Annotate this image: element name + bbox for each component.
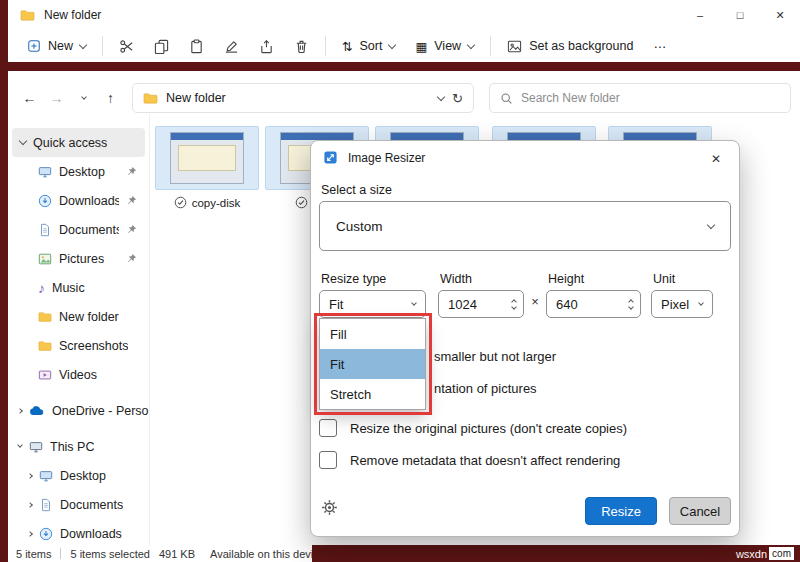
width-input[interactable] (448, 297, 509, 312)
address-bar[interactable]: New folder ↻ (132, 83, 474, 113)
chevron-down-icon (79, 40, 87, 48)
share-button[interactable] (250, 34, 283, 59)
height-field[interactable] (546, 290, 641, 318)
check-circle-icon (295, 196, 308, 209)
dialog-title-bar: Image Resizer (323, 150, 425, 165)
dialog-title: Image Resizer (348, 151, 425, 165)
view-button[interactable]: ▦ View (406, 34, 483, 59)
height-input[interactable] (556, 297, 626, 312)
size-select[interactable]: Custom (319, 201, 731, 251)
select-size-label: Select a size (321, 183, 392, 197)
stepper-down-icon[interactable] (628, 304, 634, 310)
watermark: wsxdn (736, 548, 767, 560)
sidebar-item-pc-downloads[interactable]: Downloads (8, 519, 149, 548)
dialog-close-button[interactable]: ✕ (701, 147, 731, 171)
sidebar-item-pc-desktop[interactable]: Desktop (8, 461, 149, 490)
sort-button[interactable]: ⇅ Sort (333, 34, 404, 59)
document-icon (38, 223, 52, 237)
minimize-button[interactable]: – (680, 0, 720, 30)
resize-type-label: Resize type (321, 272, 386, 286)
width-field[interactable] (438, 290, 524, 318)
remove-metadata-row: Remove metadata that doesn't affect rend… (319, 451, 620, 469)
sidebar-item-documents[interactable]: Documents (8, 215, 149, 244)
maximize-button[interactable]: □ (720, 0, 760, 30)
set-as-background-button[interactable]: Set as background (498, 34, 642, 59)
view-button-label: View (434, 39, 461, 53)
option-fit[interactable]: Fit (320, 349, 425, 379)
window-controls: – □ ✕ (680, 0, 800, 30)
more-options-button[interactable]: ⋯ (644, 34, 675, 59)
desktop-background-strip: wsxdn com (312, 545, 800, 562)
resize-type-select[interactable]: Fit (319, 290, 426, 318)
pc-icon (29, 440, 43, 454)
option-fill[interactable]: Fill (320, 319, 425, 349)
rename-button[interactable] (215, 34, 248, 59)
resize-type-value: Fit (329, 297, 343, 312)
sidebar-item-desktop[interactable]: Desktop (8, 157, 149, 186)
option-stretch[interactable]: Stretch (320, 379, 425, 409)
set-as-background-label: Set as background (529, 39, 633, 53)
up-button[interactable]: ↑ (97, 84, 124, 112)
remove-metadata-checkbox[interactable] (319, 451, 337, 469)
cut-button[interactable] (110, 34, 143, 59)
sidebar-item-pc-documents[interactable]: Documents (8, 490, 149, 519)
search-input[interactable] (521, 91, 780, 105)
file-thumbnail[interactable]: copy-disk (155, 126, 259, 209)
chevron-right-icon[interactable] (17, 408, 23, 414)
selection-count: 5 items selected (70, 548, 149, 560)
back-button[interactable]: ← (16, 84, 43, 112)
width-stepper[interactable] (509, 300, 519, 309)
folder-icon (20, 8, 35, 23)
settings-button[interactable] (321, 499, 338, 516)
refresh-button[interactable]: ↻ (452, 91, 463, 106)
chevron-down-icon (707, 220, 715, 228)
watermark-chip: com (769, 547, 794, 560)
address-dropdown-icon[interactable] (437, 92, 445, 100)
resize-type-dropdown: Fill Fit Stretch (319, 318, 426, 410)
downloads-icon (38, 194, 52, 208)
sidebar-item-this-pc[interactable]: This PC (8, 432, 149, 461)
chevron-down-icon[interactable] (17, 442, 23, 448)
pin-icon (126, 195, 137, 206)
chevron-right-icon[interactable] (27, 531, 33, 537)
height-stepper[interactable] (626, 300, 636, 309)
sidebar-item-music[interactable]: ♪ Music (8, 273, 149, 302)
recent-locations-button[interactable] (70, 84, 97, 112)
chevron-down-icon[interactable] (19, 137, 27, 145)
chevron-right-icon[interactable] (27, 473, 33, 479)
sidebar-item-quick-access[interactable]: Quick access (12, 128, 145, 157)
partial-checkbox-text-2: ntation of pictures (434, 381, 537, 396)
sidebar-item-new-folder[interactable]: New folder (8, 302, 149, 331)
stepper-down-icon[interactable] (511, 304, 517, 310)
check-circle-icon (174, 196, 187, 209)
forward-button[interactable]: → (43, 84, 70, 112)
search-box[interactable] (489, 83, 791, 113)
sort-icon: ⇅ (342, 39, 352, 54)
copy-button[interactable] (145, 34, 178, 59)
image-resizer-dialog: Image Resizer ✕ Select a size Custom Res… (310, 140, 740, 537)
resize-original-row: Resize the original pictures (don't crea… (319, 419, 627, 437)
chevron-right-icon[interactable] (27, 502, 33, 508)
sidebar-item-videos[interactable]: Videos (8, 360, 149, 389)
cancel-button[interactable]: Cancel (669, 497, 731, 525)
toolbar-divider (102, 36, 103, 56)
sidebar-item-onedrive[interactable]: OneDrive - Perso (8, 396, 149, 425)
unit-select[interactable]: Pixel (651, 290, 713, 318)
file-name: copy-disk (192, 197, 241, 209)
close-button[interactable]: ✕ (760, 0, 800, 30)
search-icon (500, 92, 513, 105)
folder-icon (143, 91, 158, 106)
paste-button[interactable] (180, 34, 213, 59)
file-explorer-window: New folder – □ ✕ New (0, 0, 800, 562)
chevron-down-icon (81, 94, 87, 100)
new-button[interactable]: New (18, 34, 95, 58)
sidebar-item-screenshots[interactable]: Screenshots (8, 331, 149, 360)
sidebar-item-downloads[interactable]: Downloads (8, 186, 149, 215)
cloud-icon (29, 405, 45, 416)
resize-original-checkbox[interactable] (319, 419, 337, 437)
breadcrumb: New folder (166, 91, 226, 105)
delete-button[interactable] (285, 34, 318, 59)
sidebar-item-pictures[interactable]: Pictures (8, 244, 149, 273)
cut-icon (119, 39, 134, 54)
resize-button[interactable]: Resize (585, 497, 657, 525)
